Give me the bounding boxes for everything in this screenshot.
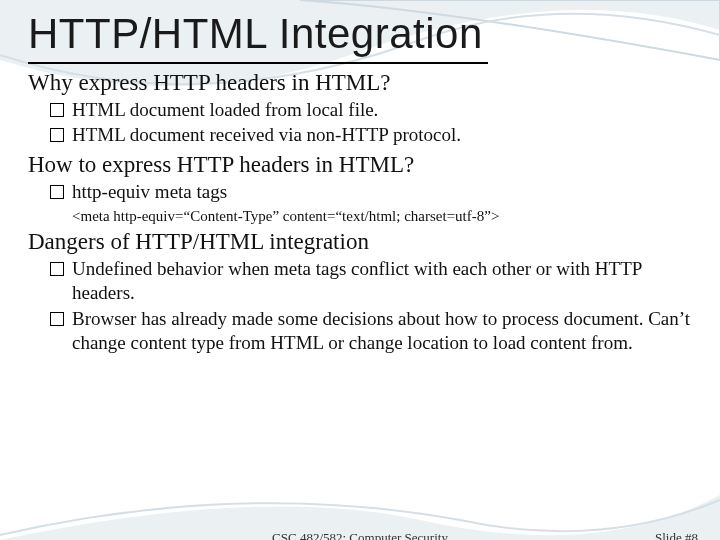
- slide-title: HTTP/HTML Integration: [28, 10, 692, 58]
- slide-content: HTTP/HTML Integration Why express HTTP h…: [0, 0, 720, 355]
- section-why-bullets: HTML document loaded from local file. HT…: [50, 98, 692, 148]
- title-underline: [28, 62, 488, 64]
- bullet-item: Undefined behavior when meta tags confli…: [50, 257, 692, 306]
- section-dangers-heading: Dangers of HTTP/HTML integration: [28, 229, 692, 255]
- bullet-item: HTML document received via non-HTTP prot…: [50, 123, 692, 147]
- section-dangers-bullets: Undefined behavior when meta tags confli…: [50, 257, 692, 355]
- footer-slide-number: Slide #8: [655, 530, 698, 540]
- code-example: <meta http-equiv=“Content-Type” content=…: [72, 208, 692, 225]
- bullet-item: HTML document loaded from local file.: [50, 98, 692, 122]
- section-why-heading: Why express HTTP headers in HTML?: [28, 70, 692, 96]
- footer-course: CSC 482/582: Computer Security: [0, 530, 720, 540]
- section-how-heading: How to express HTTP headers in HTML?: [28, 152, 692, 178]
- bullet-item: Browser has already made some decisions …: [50, 307, 692, 356]
- bullet-item: http-equiv meta tags: [50, 180, 692, 204]
- section-how-bullets: http-equiv meta tags: [50, 180, 692, 204]
